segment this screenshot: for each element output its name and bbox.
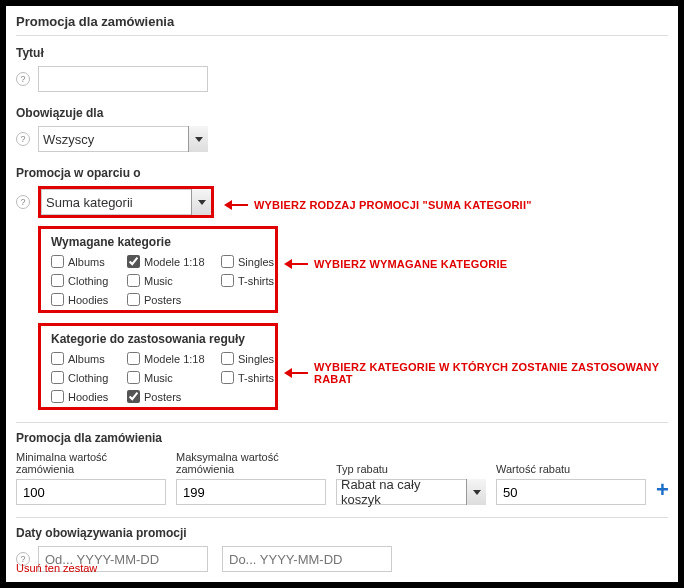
amount-input[interactable] [496, 479, 646, 505]
amount-label: Wartość rabatu [496, 463, 646, 475]
callout-3: WYBIERZ KATEGORIE W KTÓRYCH ZOSTANIE ZAS… [286, 361, 678, 385]
required-categories-box: Wymagane kategorie AlbumsModele 1:18Sing… [38, 226, 278, 313]
category-label: Hoodies [68, 294, 108, 306]
category-item[interactable]: Music [127, 274, 217, 287]
based-select[interactable]: Suma kategorii [41, 189, 211, 215]
applies-value: Wszyscy [43, 132, 94, 147]
category-label: Modele 1:18 [144, 353, 205, 365]
category-label: Hoodies [68, 391, 108, 403]
category-item[interactable]: Clothing [51, 371, 123, 384]
category-checkbox[interactable] [127, 371, 140, 384]
category-label: Albums [68, 256, 105, 268]
applies-select[interactable]: Wszyscy [38, 126, 208, 152]
dates-head: Daty obowiązywania promocji [16, 526, 668, 540]
category-checkbox[interactable] [221, 274, 234, 287]
arrow-left-icon [286, 372, 308, 374]
based-select-highlight: Suma kategorii [38, 186, 214, 218]
category-checkbox[interactable] [127, 390, 140, 403]
dates-block: Daty obowiązywania promocji ? [16, 526, 668, 572]
category-item[interactable]: Posters [127, 390, 217, 403]
category-label: Music [144, 372, 173, 384]
based-label: Promocja w oparciu o [16, 166, 668, 180]
date-to-input[interactable] [222, 546, 392, 572]
title-input[interactable] [38, 66, 208, 92]
category-item[interactable]: Modele 1:18 [127, 352, 217, 365]
callout-1: WYBIERZ RODZAJ PROMOCJI "SUMA KATEGORII" [226, 199, 532, 211]
category-checkbox[interactable] [51, 255, 64, 268]
category-item[interactable]: Posters [127, 293, 217, 306]
max-input[interactable] [176, 479, 326, 505]
category-item[interactable]: Hoodies [51, 390, 123, 403]
min-input[interactable] [16, 479, 166, 505]
category-item[interactable]: Hoodies [51, 293, 123, 306]
category-item[interactable]: Singles [221, 255, 281, 268]
category-checkbox[interactable] [51, 274, 64, 287]
arrow-left-icon [286, 263, 308, 265]
category-checkbox[interactable] [127, 293, 140, 306]
order-promo-block: Promocja dla zamówienia Minimalna wartoś… [16, 431, 668, 505]
help-icon[interactable]: ? [16, 195, 30, 209]
max-label: Maksymalna wartość zamówienia [176, 451, 326, 475]
category-item[interactable]: T-shirts [221, 371, 281, 384]
callout-2-text: WYBIERZ WYMAGANE KATEGORIE [314, 258, 507, 270]
category-label: Clothing [68, 372, 108, 384]
min-label: Minimalna wartość zamówienia [16, 451, 166, 475]
category-checkbox[interactable] [127, 274, 140, 287]
category-checkbox[interactable] [221, 352, 234, 365]
category-label: Singles [238, 353, 274, 365]
category-label: Posters [144, 294, 181, 306]
applies-block: Obowiązuje dla ? Wszyscy [16, 106, 668, 152]
category-checkbox[interactable] [221, 255, 234, 268]
category-label: Clothing [68, 275, 108, 287]
category-item[interactable]: Albums [51, 255, 123, 268]
callout-1-text: WYBIERZ RODZAJ PROMOCJI "SUMA KATEGORII" [254, 199, 532, 211]
based-value: Suma kategorii [46, 195, 133, 210]
category-checkbox[interactable] [127, 352, 140, 365]
apply-categories-title: Kategorie do zastosowania reguły [51, 332, 265, 346]
callout-2: WYBIERZ WYMAGANE KATEGORIE [286, 258, 507, 270]
category-checkbox[interactable] [221, 371, 234, 384]
category-item[interactable]: Clothing [51, 274, 123, 287]
help-icon[interactable]: ? [16, 72, 30, 86]
divider [16, 422, 668, 423]
help-icon[interactable]: ? [16, 132, 30, 146]
category-checkbox[interactable] [51, 390, 64, 403]
category-label: T-shirts [238, 275, 274, 287]
category-item[interactable]: Music [127, 371, 217, 384]
category-label: Music [144, 275, 173, 287]
add-row-button[interactable]: + [656, 477, 669, 505]
delete-set-link[interactable]: Usuń ten zestaw [16, 562, 97, 574]
category-label: T-shirts [238, 372, 274, 384]
category-item[interactable]: T-shirts [221, 274, 281, 287]
arrow-left-icon [226, 204, 248, 206]
category-label: Modele 1:18 [144, 256, 205, 268]
type-label: Typ rabatu [336, 463, 486, 475]
category-item[interactable]: Modele 1:18 [127, 255, 217, 268]
category-checkbox[interactable] [51, 293, 64, 306]
apply-categories-box: Kategorie do zastosowania reguły AlbumsM… [38, 323, 278, 410]
title-block: Tytuł ? [16, 46, 668, 92]
applies-label: Obowiązuje dla [16, 106, 668, 120]
type-value: Rabat na cały koszyk [341, 477, 461, 507]
category-item[interactable]: Singles [221, 352, 281, 365]
discount-type-select[interactable]: Rabat na cały koszyk [336, 479, 486, 505]
category-checkbox[interactable] [127, 255, 140, 268]
promo-panel: Promocja dla zamówienia Tytuł ? Obowiązu… [6, 6, 678, 582]
order-promo-head: Promocja dla zamówienia [16, 431, 668, 445]
title-label: Tytuł [16, 46, 668, 60]
category-label: Singles [238, 256, 274, 268]
category-label: Posters [144, 391, 181, 403]
category-item[interactable]: Albums [51, 352, 123, 365]
category-checkbox[interactable] [51, 371, 64, 384]
panel-title: Promocja dla zamówienia [16, 6, 668, 36]
category-label: Albums [68, 353, 105, 365]
callout-3-text: WYBIERZ KATEGORIE W KTÓRYCH ZOSTANIE ZAS… [314, 361, 678, 385]
category-checkbox[interactable] [51, 352, 64, 365]
divider [16, 517, 668, 518]
required-categories-title: Wymagane kategorie [51, 235, 265, 249]
